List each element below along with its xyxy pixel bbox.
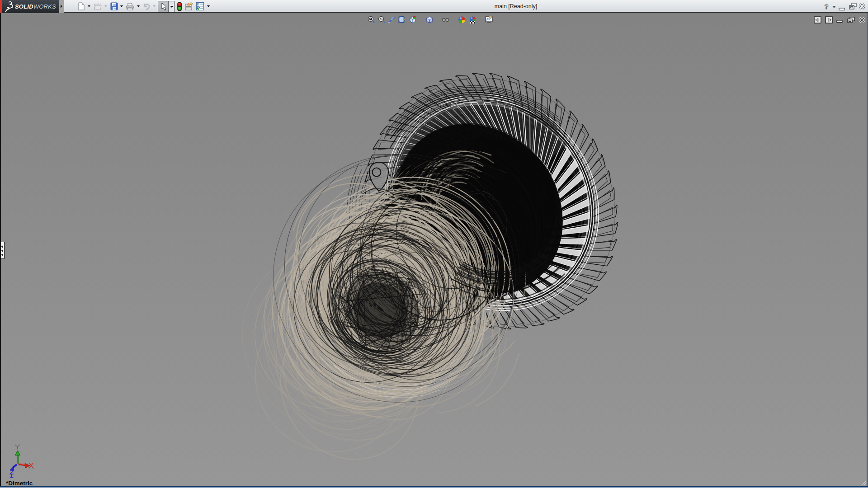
- svg-text:?: ?: [824, 3, 828, 10]
